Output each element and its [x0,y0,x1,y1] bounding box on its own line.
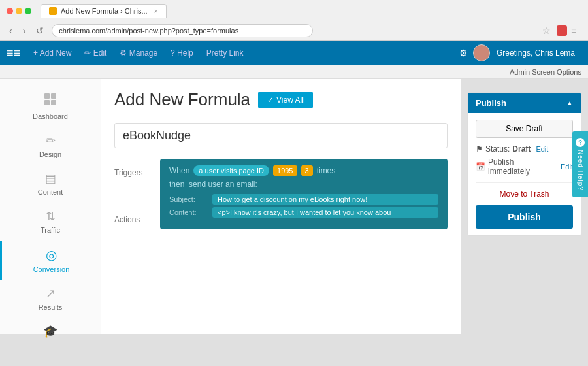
view-all-label: View All [276,95,304,105]
sidebar-item-results[interactable]: ↗ Results [0,280,101,318]
conversion-icon: ◎ [46,247,57,263]
sidebar-item-results-label: Results [39,303,63,311]
maximize-dot[interactable] [25,8,31,14]
view-all-icon: ✓ [267,95,274,105]
admin-bar-edit[interactable]: ✏ Edit [78,41,113,65]
sidebar-item-conversion-label: Conversion [33,265,70,273]
sidebar-item-traffic-label: Traffic [41,226,60,234]
action-content-field: Content: <p>I know it's crazy, but I wan… [169,207,438,218]
admin-bar-help[interactable]: ? Help [164,41,200,65]
refresh-button[interactable]: ↺ [33,24,46,37]
sidebar-item-traffic[interactable]: ⇅ Traffic [0,203,101,241]
publish-immediately-label: Publish immediately [488,158,555,176]
formula-name-input[interactable] [114,123,448,148]
design-icon: ✏ [46,133,56,148]
forward-button[interactable]: › [20,24,29,37]
admin-bar-add-new[interactable]: + Add New [27,41,78,65]
dashboard-icon [43,92,57,110]
tab-favicon [49,7,57,15]
help-tab[interactable]: ? Need Help? [572,131,588,197]
publish-title: Publish [476,98,506,108]
avatar [473,44,490,61]
content-icon: ▤ [45,171,56,186]
sidebar-item-content-label: Content [38,188,63,196]
flag-icon: ⚑ [476,144,483,154]
sidebar-item-dashboard-label: Dashboard [33,112,68,120]
calendar-icon: 📅 [476,162,485,171]
extension-icon[interactable] [557,25,567,36]
sidebar-item-content[interactable]: ▤ Content [0,165,101,203]
svg-rect-2 [44,100,50,105]
help-question-icon: ? [576,138,585,147]
trigger-times-count[interactable]: 3 [301,165,313,176]
greeting-text: Greetings, Chris Lema [490,48,581,58]
publish-header: Publish ▲ [468,93,581,113]
trigger-when-text: When [169,166,189,175]
action-subject-field: Subject: How to get a discount on my eBo… [169,194,438,205]
chevron-up-icon[interactable]: ▲ [566,99,573,107]
publish-edit-link[interactable]: Edit [561,163,573,171]
status-label: Status: [485,144,510,154]
svg-rect-0 [44,93,50,99]
svg-rect-1 [51,93,56,99]
status-edit-link[interactable]: Edit [536,145,548,153]
publish-box: Publish ▲ Save Draft ⚑ Status: Draft Edi… [467,92,581,236]
sidebar: Dashboard ✏ Design ▤ Content ⇅ Traffic ◎… [0,79,101,334]
content-value[interactable]: <p>I know it's crazy, but I wanted to le… [212,207,438,218]
gear-icon[interactable]: ⚙ [454,48,473,58]
action-description-text: send user an email: [189,180,257,189]
screen-options-label[interactable]: Admin Screen Options [510,68,581,76]
trigger-page-id[interactable]: 1995 [273,165,297,176]
bookmark-icon[interactable]: ☆ [542,25,553,36]
results-icon: ↗ [46,286,56,301]
help-tab-label: Need Help? [577,150,584,191]
svg-rect-3 [51,100,56,105]
formula-body: When a user visits page ID 1995 3 times … [160,159,448,229]
triggers-label: Triggers [114,159,160,182]
trigger-times-label: times [317,166,336,175]
formula-editor: Triggers Actions When a user visits page… [114,159,448,229]
page-header: Add New Formula ✓ View All [114,90,448,110]
sidebar-item-bottom[interactable]: 🎓 [0,318,101,345]
actions-label: Actions [114,182,160,229]
publish-button[interactable]: Publish [476,205,573,229]
subject-label: Subject: [169,195,208,203]
save-draft-button[interactable]: Save Draft [476,120,573,138]
publish-time: 📅 Publish immediately Edit [476,158,573,176]
trigger-line: When a user visits page ID 1995 3 times [169,165,438,176]
admin-bar-manage[interactable]: ⚙ Manage [113,41,164,65]
admin-bar-pretty-link[interactable]: Pretty Link [200,41,250,65]
back-button[interactable]: ‹ [7,24,15,37]
subject-value[interactable]: How to get a discount on my eBooks right… [212,194,438,205]
address-bar[interactable]: chrislema.com/admin/post-new.php?post_ty… [52,24,313,37]
trigger-condition-pill[interactable]: a user visits page ID [193,165,269,176]
right-panel: Publish ▲ Save Draft ⚑ Status: Draft Edi… [461,79,588,334]
tab-title: Add New Formula › Chris... [61,7,148,15]
divider [476,182,573,183]
minimize-dot[interactable] [16,8,22,14]
publish-body: Save Draft ⚑ Status: Draft Edit 📅 Publis… [468,113,581,235]
publish-status: ⚑ Status: Draft Edit [476,144,573,154]
formula-labels: Triggers Actions [114,159,160,229]
status-value: Draft [512,144,531,154]
action-then-text: then [169,180,184,189]
content-label: Content: [169,208,208,216]
sidebar-item-dashboard[interactable]: Dashboard [0,86,101,127]
sidebar-item-conversion[interactable]: ◎ Conversion [0,241,101,280]
move-to-trash-link[interactable]: Move to Trash [476,190,573,199]
traffic-icon: ⇅ [46,209,56,224]
grad-icon: 🎓 [43,324,57,339]
view-all-button[interactable]: ✓ View All [258,92,313,108]
tab-close-icon[interactable]: × [154,8,158,15]
action-then-line: then send user an email: [169,180,438,189]
sidebar-item-design-label: Design [39,150,61,158]
page-title: Add New Formula [114,90,250,110]
menu-icon[interactable]: ≡ [571,25,581,36]
close-dot[interactable] [7,8,13,14]
browser-tab[interactable]: Add New Formula › Chris... × [41,4,167,18]
sidebar-item-design[interactable]: ✏ Design [0,127,101,165]
wp-logo: ≡≡ [7,46,20,60]
